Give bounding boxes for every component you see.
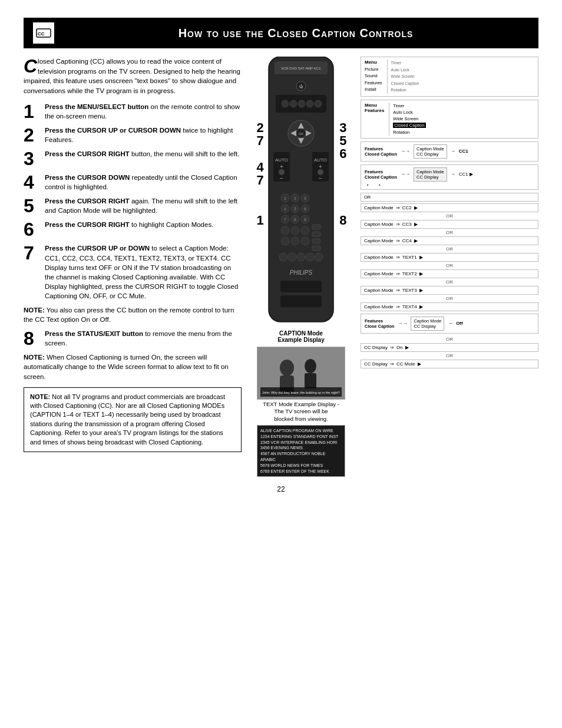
svg-text:−: −: [319, 175, 322, 182]
step-3-text: Press the CURSOR RIGHT button, the menu …: [45, 149, 239, 159]
step-6: 6 Press the CURSOR RIGHT to highlight Ca…: [24, 220, 242, 239]
svg-text:CC: CC: [38, 31, 45, 37]
svg-rect-66: [280, 295, 322, 307]
svg-point-53: [291, 237, 299, 245]
page-number: 22: [24, 485, 538, 493]
svg-text:8: 8: [294, 218, 296, 222]
svg-point-10: [290, 100, 297, 107]
note-2: NOTE: When Closed Captioning is turned O…: [24, 353, 242, 381]
svg-point-61: [297, 253, 305, 261]
left-column: C losed Captioning (CC) allows you to re…: [24, 57, 242, 477]
intro-paragraph: C losed Captioning (CC) allows you to re…: [24, 57, 242, 96]
svg-point-52: [281, 237, 289, 245]
svg-point-50: [291, 226, 299, 235]
svg-text:AUTO: AUTO: [314, 157, 327, 163]
text-mode-image: John: Why did they leave; the building u…: [257, 347, 345, 400]
step-6-text: Press the CURSOR RIGHT to highlight Capt…: [45, 220, 213, 229]
step-2: 2 Press the CURSOR UP or CURSOR DOWN twi…: [24, 126, 242, 144]
svg-rect-65: [280, 281, 322, 292]
svg-text:PHILIPS: PHILIPS: [290, 269, 313, 276]
svg-text:AUTO: AUTO: [275, 157, 288, 163]
svg-point-62: [306, 253, 314, 261]
step-1: 1 Press the MENU/SELECT button on the re…: [24, 102, 242, 121]
svg-point-51: [301, 226, 309, 235]
svg-text:−: −: [280, 175, 283, 182]
page-title: How to use the Closed Caption Controls: [62, 27, 529, 40]
step-5-text: Press the CURSOR RIGHT again. The menu w…: [45, 196, 242, 215]
svg-text:John: Why did they leave; the : John: Why did they leave; the building u…: [262, 391, 340, 394]
svg-rect-71: [305, 373, 316, 388]
svg-text:2: 2: [294, 196, 296, 200]
svg-point-70: [305, 359, 316, 373]
diagram-step2: MenuFeatures TimerAuto LockWide ScreenCl…: [361, 100, 538, 139]
svg-point-54: [301, 237, 309, 245]
diagrams-column: Menu PictureSoundFeaturesInstall Timer A…: [361, 57, 538, 477]
step-4-num: 4: [24, 173, 40, 192]
svg-text:VCR DVD SAT AMP ACC: VCR DVD SAT AMP ACC: [281, 67, 322, 70]
diagram-step1: Menu PictureSoundFeaturesInstall Timer A…: [361, 57, 538, 97]
center-column: 2 7 4 7 1 3 5 6 8 VCR DVD SAT AMP ACC: [251, 57, 351, 477]
svg-rect-58: [312, 246, 320, 251]
diagram-step3: FeaturesClosed Caption →→ Caption ModeCC…: [361, 141, 538, 162]
step-8: 8 Press the STATUS/EXIT button to remove…: [24, 329, 242, 348]
remote-diagram: 2 7 4 7 1 3 5 6 8 VCR DVD SAT AMP ACC: [256, 57, 347, 328]
step-label-1: 1: [257, 213, 264, 228]
intro-text: losed Captioning (CC) allows you to read…: [24, 58, 240, 94]
step-3-num: 3: [24, 149, 40, 168]
svg-text:5: 5: [294, 207, 296, 211]
remote-svg: VCR DVD SAT AMP ACC ⏻: [263, 57, 339, 328]
step-7: 7 Press the CURSOR UP or DOWN to select …: [24, 243, 242, 301]
svg-point-63: [315, 253, 323, 261]
svg-point-68: [280, 360, 294, 376]
svg-rect-55: [312, 225, 320, 229]
step-4: 4 Press the CURSOR DOWN repeatedly until…: [24, 173, 242, 192]
page-header: CC How to use the Closed Caption Control…: [24, 18, 538, 48]
svg-point-49: [281, 226, 289, 235]
cc-mode-section: OR Caption Mode⇒CC2▶ OR Caption Mode⇒CC3…: [361, 193, 538, 311]
svg-point-24: [279, 169, 285, 175]
caption-mode-label: CAPTION ModeExample Display: [251, 330, 351, 343]
svg-text:7: 7: [284, 218, 286, 222]
svg-text:9: 9: [304, 218, 306, 222]
svg-text:1: 1: [284, 196, 286, 200]
text-mode-label: TEXT Mode Example Display -The TV screen…: [251, 401, 351, 423]
step-8-num: 8: [24, 329, 40, 348]
svg-text:3: 3: [304, 196, 306, 200]
step-label-7b: 7: [257, 173, 264, 188]
on-mute-section: OR CC Display⇒On▶ OR CC Display⇒CC Mute▶: [361, 337, 538, 368]
svg-text:+: +: [319, 163, 322, 170]
svg-point-60: [288, 253, 296, 261]
step-5-num: 5: [24, 196, 40, 215]
svg-point-9: [282, 100, 289, 107]
svg-rect-56: [312, 232, 320, 236]
svg-text:OK: OK: [299, 132, 304, 136]
svg-point-13: [315, 100, 322, 107]
step-label-7a: 7: [257, 133, 264, 149]
drop-cap: C: [24, 57, 37, 74]
diagram-step5: FeaturesClosed Caption →→ Caption ModeCC…: [361, 164, 538, 190]
step-label-8: 8: [339, 213, 346, 228]
steps-list: 1 Press the MENU/SELECT button on the re…: [24, 102, 242, 301]
svg-point-11: [298, 100, 305, 107]
step-8-text: Press the STATUS/EXIT button to remove t…: [45, 329, 242, 348]
svg-text:+: +: [280, 163, 283, 170]
step-1-text: Press the MENU/SELECT button on the remo…: [45, 102, 242, 121]
cc-list-image: ALIVE CAPTION PROGRAM ON WIRE 1234 ENTER…: [257, 425, 345, 477]
svg-point-29: [318, 169, 323, 175]
step-4-text: Press the CURSOR DOWN repeatedly until t…: [45, 173, 242, 192]
step-6-num: 6: [24, 220, 40, 239]
step-5: 5 Press the CURSOR RIGHT again. The menu…: [24, 196, 242, 215]
step-1-num: 1: [24, 102, 40, 121]
svg-point-12: [306, 100, 313, 107]
step-3: 3 Press the CURSOR RIGHT button, the men…: [24, 149, 242, 168]
note-1: NOTE: You also can press the CC button o…: [24, 305, 242, 324]
diagram-step8: FeaturesClose Caption →→ Caption ModeCC …: [361, 314, 538, 334]
svg-text:4: 4: [284, 207, 286, 211]
note-box: NOTE: Not all TV programs and product co…: [24, 387, 242, 452]
svg-text:⏻: ⏻: [299, 84, 303, 88]
step-7-text: Press the CURSOR UP or DOWN to select a …: [45, 243, 242, 301]
page: CC How to use the Closed Caption Control…: [0, 0, 562, 728]
cc-icon: CC: [33, 22, 54, 44]
step-2-num: 2: [24, 126, 40, 144]
svg-text:6: 6: [304, 207, 306, 211]
